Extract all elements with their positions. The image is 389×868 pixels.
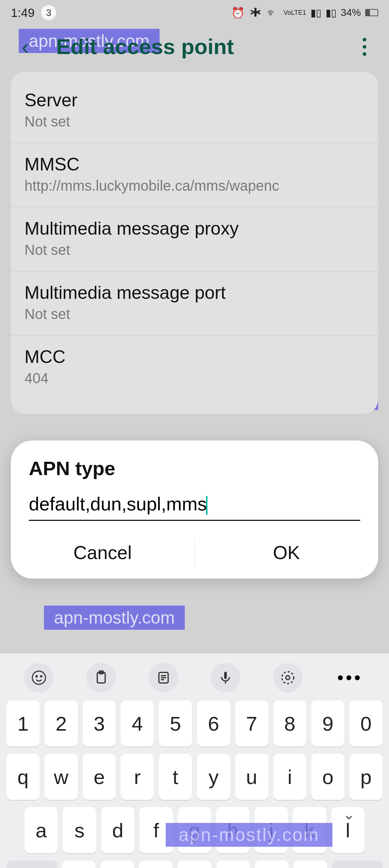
more-options-button[interactable]: ••• [335,663,365,692]
keyboard-row-zxcv: z x c v b n m [6,860,383,868]
key-a[interactable]: a [24,807,58,853]
key-y[interactable]: y [197,754,230,800]
svg-point-12 [282,672,294,684]
key-3[interactable]: 3 [83,700,116,747]
svg-point-2 [41,676,42,677]
key-s[interactable]: s [63,807,96,853]
key-8[interactable]: 8 [273,700,307,747]
key-2[interactable]: 2 [45,700,78,747]
key-q[interactable]: q [6,754,40,800]
key-1[interactable]: 1 [6,700,40,747]
key-6[interactable]: 6 [197,700,230,747]
key-9[interactable]: 9 [311,700,344,747]
key-w[interactable]: w [45,754,78,800]
key-o[interactable]: o [311,754,344,800]
key-p[interactable]: p [349,754,383,800]
settings-button[interactable] [273,663,303,692]
keyboard-toolbar: ••• [0,659,389,700]
key-x[interactable]: x [100,860,134,868]
chevron-down-icon[interactable]: ⌄ [343,806,355,823]
text-cursor [206,496,207,515]
svg-point-1 [36,676,37,677]
input-text: default,dun,supl,mms [29,493,207,514]
keyboard-row-qwerty: q w e r t y u i o p [6,754,383,800]
ok-button[interactable]: OK [195,534,379,571]
apn-type-input[interactable]: default,dun,supl,mms [29,490,360,521]
key-b[interactable]: b [216,860,250,868]
keyboard-row-numbers: 1 2 3 4 5 6 7 8 9 0 [6,700,383,747]
voice-input-button[interactable] [211,663,240,692]
cancel-button[interactable]: Cancel [11,534,194,571]
clipboard-button[interactable] [86,663,116,692]
watermark: apn-mostly.com [166,823,332,847]
key-n[interactable]: n [255,860,289,868]
text-scan-button[interactable] [149,663,178,692]
key-4[interactable]: 4 [121,700,154,747]
svg-point-0 [32,671,46,685]
emoji-button[interactable] [24,663,54,692]
key-5[interactable]: 5 [159,700,192,747]
key-r[interactable]: r [121,754,154,800]
key-e[interactable]: e [83,754,116,800]
key-z[interactable]: z [62,860,95,868]
key-d[interactable]: d [101,807,134,853]
key-7[interactable]: 7 [235,700,268,747]
key-0[interactable]: 0 [349,700,383,747]
key-m[interactable]: m [294,860,327,868]
backspace-key[interactable] [332,860,383,868]
key-u[interactable]: u [235,754,268,800]
apn-type-dialog: APN type default,dun,supl,mms Cancel OK [11,440,378,579]
key-t[interactable]: t [159,754,192,800]
key-i[interactable]: i [273,754,307,800]
key-c[interactable]: c [139,860,173,868]
shift-key[interactable] [6,860,57,868]
svg-point-11 [286,676,290,680]
key-v[interactable]: v [178,860,211,868]
dialog-title: APN type [11,457,378,490]
svg-rect-9 [224,672,227,679]
